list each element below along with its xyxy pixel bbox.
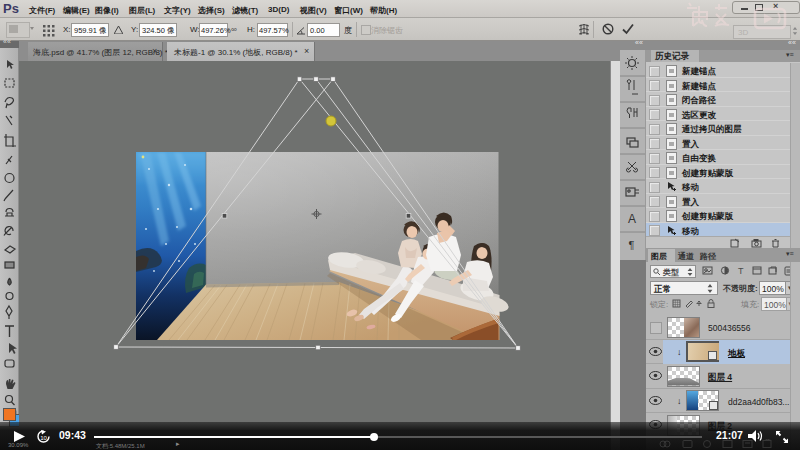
svg-text:A: A	[628, 212, 636, 226]
svg-text:¶: ¶	[629, 239, 635, 251]
svg-text:T: T	[738, 266, 744, 276]
svg-text:10: 10	[40, 435, 47, 441]
